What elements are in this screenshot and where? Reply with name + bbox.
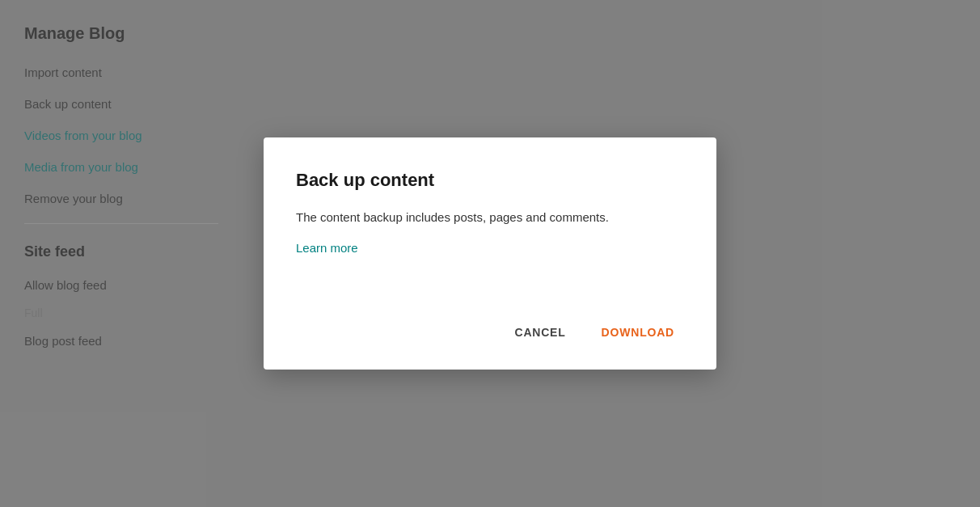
- download-button[interactable]: DOWNLOAD: [592, 319, 684, 345]
- modal-actions: CANCEL DOWNLOAD: [296, 319, 684, 345]
- modal-description: The content backup includes posts, pages…: [296, 209, 684, 227]
- learn-more-link[interactable]: Learn more: [296, 241, 358, 255]
- modal-overlay: Back up content The content backup inclu…: [0, 0, 980, 507]
- modal-dialog: Back up content The content backup inclu…: [264, 137, 716, 370]
- modal-title: Back up content: [296, 170, 684, 191]
- cancel-button[interactable]: CANCEL: [505, 319, 575, 345]
